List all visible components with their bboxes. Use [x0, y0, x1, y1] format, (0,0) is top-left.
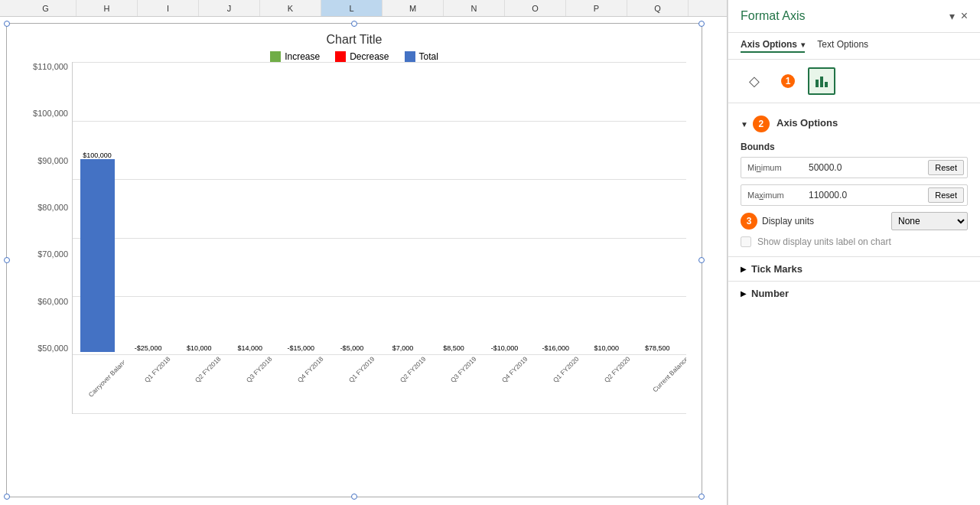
x-label-10: Q2 FY2020 — [584, 352, 635, 413]
show-units-checkbox[interactable] — [741, 236, 751, 247]
tab-axis-options-arrow: ▾ — [801, 41, 805, 49]
icon-paint-button[interactable]: ◇ — [741, 67, 768, 95]
legend-label-decrease: Decrease — [350, 51, 389, 62]
tick-marks-section[interactable]: ▶ Tick Marks — [728, 256, 980, 281]
legend-item-increase: Increase — [270, 51, 320, 62]
icon-number-button[interactable]: 1 — [774, 67, 802, 95]
panel-header: Format Axis ▾ × — [728, 0, 980, 33]
bar-label-q4fy2018: -$15,000 — [288, 344, 315, 352]
axis-options-section: ▼ 2 Axis Options Bounds Minimum Reset Ma — [728, 109, 980, 256]
panel-tabs: Axis Options ▾ Text Options — [728, 33, 980, 60]
panel-body: ▼ 2 Axis Options Bounds Minimum Reset Ma — [728, 103, 980, 505]
x-label-9: Q1 FY2020 — [532, 352, 584, 413]
col-l: L — [321, 0, 383, 16]
bar-label-q1fy2020: -$16,000 — [542, 344, 569, 352]
x-label-8: Q4 FY2019 — [482, 352, 533, 413]
legend-item-total: Total — [405, 51, 438, 62]
display-units-row: 3 Display units None Hundreds Thousands … — [741, 212, 968, 230]
icon-barchart-wrapper — [808, 67, 835, 95]
spreadsheet-area: G H I J K L M N O P Q Chart Title — [0, 0, 728, 505]
icon-paint-wrapper: ◇ — [741, 67, 768, 95]
grid-0 — [73, 62, 686, 63]
grid-6 — [73, 413, 686, 414]
x-label-6: Q2 FY2019 — [379, 352, 431, 413]
icon-barchart-button[interactable] — [808, 67, 835, 95]
bar-label-carryover: $100,000 — [83, 152, 112, 159]
number-section[interactable]: ▶ Number — [728, 281, 980, 305]
bar-label-q1fy2019: -$5,000 — [340, 344, 364, 352]
col-h: H — [77, 0, 138, 16]
show-units-checkbox-row: Show display units label on chart — [741, 236, 968, 247]
tab-text-options[interactable]: Text Options — [817, 39, 868, 53]
panel-close-button[interactable]: × — [961, 9, 968, 23]
bar-label-current: $78,500 — [645, 344, 670, 352]
resize-handle-bc[interactable] — [351, 494, 357, 500]
bar-label-q1fy2018: -$25,000 — [135, 344, 162, 352]
chart-legend: Increase Decrease Total — [7, 51, 702, 62]
icon-row: ◇ 1 — [728, 60, 980, 103]
grid-3 — [73, 238, 686, 239]
legend-item-decrease: Decrease — [335, 51, 389, 62]
bar-carryover — [80, 159, 115, 352]
bar-label-q2fy2019: $7,000 — [392, 344, 414, 352]
maximum-input[interactable] — [806, 187, 928, 204]
x-label-4: Q4 FY2018 — [277, 352, 328, 413]
number-one-circle-icon: 1 — [780, 73, 796, 89]
resize-handle-br[interactable] — [698, 494, 705, 500]
grid-1 — [73, 121, 686, 122]
resize-handle-bl[interactable] — [4, 494, 10, 500]
col-o: O — [505, 0, 566, 16]
tick-marks-label: Tick Marks — [751, 263, 803, 275]
resize-handle-ml[interactable] — [4, 257, 10, 263]
svg-rect-4 — [825, 82, 828, 87]
column-headers: G H I J K L M N O P Q — [0, 0, 727, 17]
bar-label-q4fy2019: -$10,000 — [491, 344, 519, 352]
chart-outer[interactable]: Chart Title Increase Decrease Total — [6, 23, 702, 497]
panel-header-controls: ▾ × — [949, 9, 968, 23]
grid-4 — [73, 296, 686, 297]
chart-wrapper: Chart Title Increase Decrease Total — [0, 17, 727, 503]
minimum-reset-button[interactable]: Reset — [928, 160, 964, 175]
col-i: I — [138, 0, 199, 16]
maximum-reset-button[interactable]: Reset — [928, 187, 964, 203]
panel-dropdown-icon[interactable]: ▾ — [949, 10, 955, 22]
axis-options-label: 2 Axis Options — [753, 116, 838, 132]
bar-group-0: $100,000 — [76, 121, 119, 352]
tick-marks-arrow: ▶ — [741, 265, 747, 273]
col-k: K — [260, 0, 321, 16]
resize-handle-tc[interactable] — [351, 21, 357, 27]
legend-label-increase: Increase — [285, 51, 320, 62]
y-label-100k: $100,000 — [22, 109, 72, 118]
x-label-3: Q3 FY2018 — [226, 352, 277, 413]
col-n: N — [444, 0, 505, 16]
legend-label-total: Total — [419, 51, 438, 62]
axis-options-header[interactable]: ▼ 2 Axis Options — [728, 109, 980, 138]
y-label-50k: $50,000 — [22, 344, 72, 353]
col-j: J — [199, 0, 260, 16]
minimum-label: Minimum — [744, 163, 806, 172]
maximum-label: Maximum — [744, 191, 806, 200]
chart-title: Chart Title — [7, 24, 702, 47]
minimum-field-row: Minimum Reset — [741, 157, 968, 178]
y-label-90k: $90,000 — [22, 156, 72, 165]
bar-label-q3fy2018: $14,000 — [237, 344, 262, 352]
resize-handle-mr[interactable] — [698, 257, 705, 263]
resize-handle-tl[interactable] — [4, 21, 10, 27]
x-axis-labels: Carryover Balance Q1 FY2018 Q2 FY2018 Q3… — [73, 352, 686, 413]
col-m: M — [383, 0, 444, 16]
col-g: G — [15, 0, 77, 16]
display-units-select[interactable]: None Hundreds Thousands Ten Thousands Mi… — [891, 212, 968, 230]
minimum-input[interactable] — [806, 159, 928, 176]
icon-number-wrapper: 1 — [774, 67, 802, 95]
maximum-field-row: Maximum Reset — [741, 184, 968, 206]
y-axis: $110,000 $100,000 $90,000 $80,000 $70,00… — [22, 62, 72, 414]
x-label-0: Carryover Balance — [73, 352, 124, 413]
resize-handle-tr[interactable] — [698, 21, 705, 27]
axis-options-arrow: ▼ — [741, 120, 748, 129]
badge-3: 3 — [741, 213, 757, 230]
y-label-60k: $60,000 — [22, 297, 72, 306]
tab-axis-options[interactable]: Axis Options ▾ — [741, 39, 805, 53]
number-label: Number — [751, 288, 789, 299]
legend-color-total — [405, 51, 415, 62]
panel-title: Format Axis — [741, 9, 805, 23]
